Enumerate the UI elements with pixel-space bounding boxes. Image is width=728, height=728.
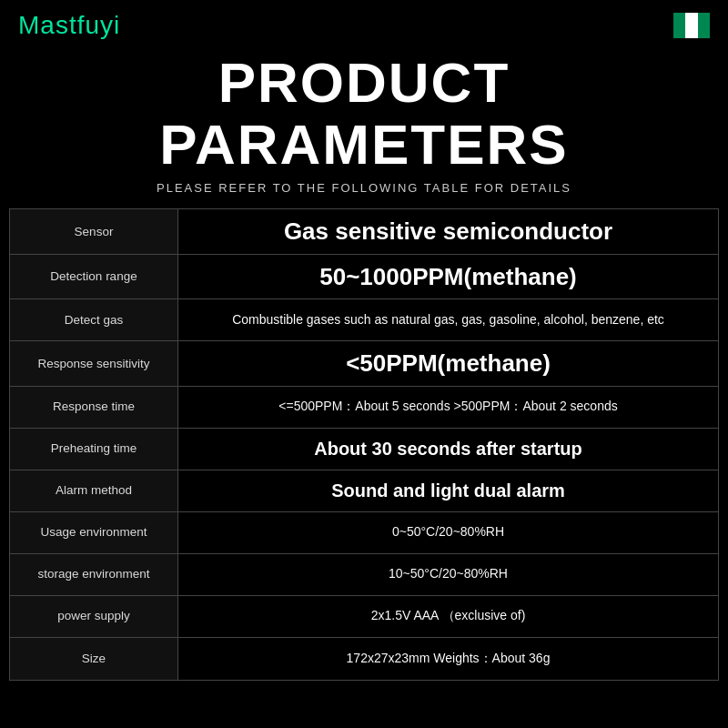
table-row: Detection range50~1000PPM(methane) (10, 255, 718, 299)
table-label-cell: Response time (10, 387, 178, 428)
table-value-cell: 10~50°C/20~80%RH (178, 554, 718, 595)
table-row: Size172x27x23mm Weights：About 36g (10, 638, 718, 680)
table-row: Preheating timeAbout 30 seconds after st… (10, 429, 718, 470)
table-value-cell: 50~1000PPM(methane) (178, 255, 718, 298)
table-label-cell: Response sensitivity (10, 341, 178, 385)
table-label-cell: Alarm method (10, 470, 178, 511)
parameters-table: SensorGas sensitive semiconductorDetecti… (9, 208, 719, 680)
table-row: storage environment10~50°C/20~80%RH (10, 554, 718, 596)
subtitle: PLEASE REFER TO THE FOLLOWING TABLE FOR … (9, 181, 719, 195)
table-row: Response sensitivity<50PPM(methane) (10, 341, 718, 386)
flag-center (685, 13, 698, 38)
table-value-cell: <50PPM(methane) (178, 341, 718, 385)
table-label-cell: Size (10, 638, 178, 680)
table-label-cell: power supply (10, 596, 178, 637)
main-title: PRODUCT PARAMETERS (9, 52, 719, 176)
flag-right (698, 13, 710, 38)
table-value-cell: 0~50°C/20~80%RH (178, 512, 718, 553)
table-label-cell: Usage environment (10, 512, 178, 553)
table-value-cell: Sound and light dual alarm (178, 470, 718, 511)
table-row: Response time<=500PPM：About 5 seconds >5… (10, 387, 718, 429)
table-value-cell: 172x27x23mm Weights：About 36g (178, 638, 718, 680)
table-label-cell: Sensor (10, 209, 178, 253)
table-label-cell: Detection range (10, 255, 178, 298)
table-value-cell: 2x1.5V AAA （exclusive of) (178, 596, 718, 637)
table-label-cell: Preheating time (10, 429, 178, 470)
table-row: Detect gasCombustible gases such as natu… (10, 299, 718, 341)
table-value-cell: Gas sensitive semiconductor (178, 209, 718, 253)
title-section: PRODUCT PARAMETERS PLEASE REFER TO THE F… (0, 47, 728, 199)
table-label-cell: Detect gas (10, 299, 178, 340)
table-row: SensorGas sensitive semiconductor (10, 209, 718, 254)
table-row: power supply2x1.5V AAA （exclusive of) (10, 596, 718, 638)
table-value-cell: Combustible gases such as natural gas, g… (178, 299, 718, 340)
brand-name: Mastfuyi (18, 11, 120, 40)
table-label-cell: storage environment (10, 554, 178, 595)
nigeria-flag-icon (673, 13, 710, 38)
header: Mastfuyi (0, 0, 728, 47)
table-row: Alarm methodSound and light dual alarm (10, 470, 718, 512)
flag-left (673, 13, 685, 38)
table-value-cell: About 30 seconds after startup (178, 429, 718, 470)
page-container: Mastfuyi PRODUCT PARAMETERS PLEASE REFER… (0, 0, 728, 728)
table-value-cell: <=500PPM：About 5 seconds >500PPM：About 2… (178, 387, 718, 428)
table-row: Usage environment0~50°C/20~80%RH (10, 512, 718, 554)
